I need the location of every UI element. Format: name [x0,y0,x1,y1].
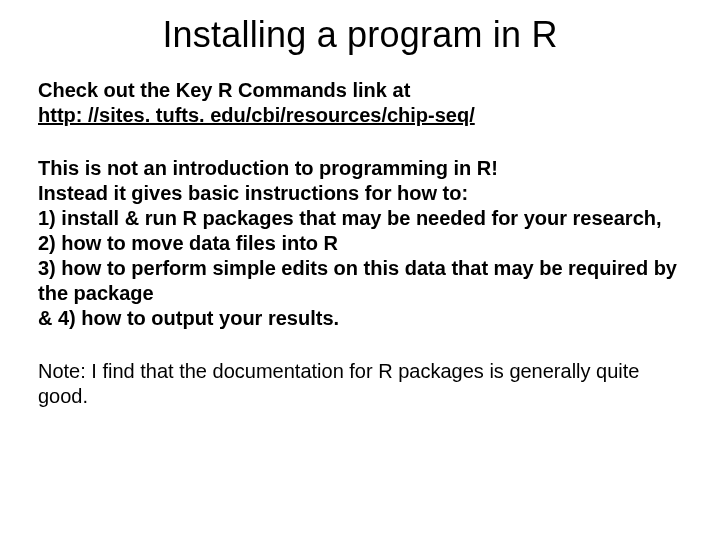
body-item-1: 1) install & run R packages that may be … [38,207,662,229]
body-block: This is not an introduction to programmi… [38,156,682,331]
intro-lead: Check out the Key R Commands link at [38,79,410,101]
body-item-4: & 4) how to output your results. [38,307,339,329]
note-text: Note: I find that the documentation for … [38,359,682,409]
body-line-2: Instead it gives basic instructions for … [38,182,468,204]
resources-link[interactable]: http: //sites. tufts. edu/cbi/resources/… [38,104,475,126]
body-line-1: This is not an introduction to programmi… [38,157,498,179]
intro-block: Check out the Key R Commands link at htt… [38,78,682,128]
body-item-2: 2) how to move data files into R [38,232,338,254]
page-title: Installing a program in R [38,14,682,56]
body-item-3: 3) how to perform simple edits on this d… [38,257,677,304]
